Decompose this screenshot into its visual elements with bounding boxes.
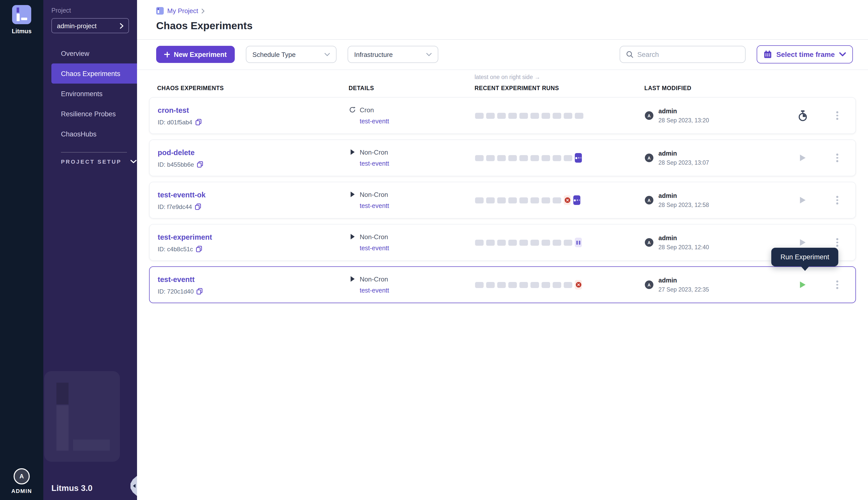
page-title: Chaos Experiments	[156, 20, 852, 32]
infrastructure-dropdown[interactable]: Infrastructure	[348, 46, 438, 63]
run-placeholder	[519, 282, 528, 288]
calendar-icon	[764, 50, 772, 58]
project-setup-label: PROJECT SETUP	[61, 159, 122, 164]
col-header-modified: LAST MODIFIED	[644, 85, 798, 91]
search-input[interactable]	[637, 50, 739, 58]
infrastructure-link[interactable]: test-eventt	[360, 202, 389, 209]
project-select-value: admin-project	[57, 22, 97, 30]
sidebar-menu: OverviewChaos ExperimentsEnvironmentsRes…	[52, 43, 137, 144]
run-placeholder	[497, 282, 506, 288]
run-failed-badge[interactable]	[564, 195, 571, 205]
play-icon	[350, 234, 355, 240]
table-header: latest one on right side → CHAOS EXPERIM…	[149, 70, 856, 96]
run-placeholder	[486, 113, 495, 118]
run-placeholder	[497, 239, 506, 246]
run-placeholder	[475, 113, 484, 118]
experiment-name-link[interactable]: cron-test	[158, 106, 189, 114]
avatar: A	[645, 196, 653, 204]
copy-icon[interactable]	[197, 161, 203, 168]
sidebar-item-overview[interactable]: Overview	[52, 43, 137, 64]
run-running-badge[interactable]	[573, 195, 580, 205]
run-placeholder	[542, 239, 550, 246]
new-experiment-button[interactable]: New Experiment	[156, 46, 235, 63]
play-icon	[350, 276, 355, 282]
search-icon	[626, 51, 633, 58]
infrastructure-link[interactable]: test-eventt	[360, 160, 389, 167]
col-header-runs: RECENT EXPERIMENT RUNS	[475, 85, 644, 91]
project-icon	[156, 7, 164, 15]
infrastructure-link[interactable]: test-eventt	[360, 245, 389, 251]
select-time-frame-button[interactable]: Select time frame	[757, 45, 853, 64]
chevron-down-icon	[839, 52, 846, 56]
experiment-id: ID: d01f5ab4	[158, 118, 192, 126]
run-paused-badge[interactable]	[575, 238, 582, 247]
row-menu-button[interactable]	[832, 196, 842, 204]
row-menu-button[interactable]	[832, 112, 842, 120]
modified-date: 27 Sep 2023, 22:35	[658, 286, 709, 293]
run-placeholder	[564, 239, 572, 246]
row-menu-button[interactable]	[832, 281, 842, 289]
run-placeholder	[553, 282, 561, 288]
run-action[interactable]	[797, 239, 809, 246]
avatar: A	[645, 111, 653, 120]
schedule-type-icon	[349, 149, 356, 155]
infrastructure-link[interactable]: test-eventt	[360, 117, 389, 125]
run-placeholder	[508, 282, 517, 288]
sidebar-item-environments[interactable]: Environments	[52, 83, 137, 104]
run-action[interactable]	[797, 281, 809, 288]
avatar: A	[645, 238, 653, 247]
infrastructure-link[interactable]: test-eventt	[360, 287, 389, 294]
modified-by-user: admin	[658, 108, 709, 115]
user-role-label: ADMIN	[11, 488, 32, 494]
sidebar-item-resilience-probes[interactable]: Resilience Probes	[52, 104, 137, 124]
experiment-id: ID: c4b8c51c	[158, 246, 193, 252]
run-placeholder	[542, 197, 550, 203]
sidebar-item-project-setup[interactable]: PROJECT SETUP	[52, 159, 137, 164]
project-label: Project	[52, 7, 137, 14]
run-action[interactable]	[797, 154, 809, 162]
schedule-type-icon	[349, 191, 356, 197]
page-header: My Project Chaos Experiments	[137, 0, 868, 40]
experiment-row: test-eventt ID: 720c1d40 Non-Cron test-e…	[149, 266, 856, 303]
run-placeholder	[486, 155, 495, 161]
copy-icon[interactable]	[196, 246, 202, 252]
user-avatar[interactable]: A	[14, 468, 30, 485]
run-placeholder	[486, 197, 495, 203]
left-rail: Litmus A ADMIN	[0, 0, 43, 500]
copy-icon[interactable]	[197, 288, 203, 295]
recent-runs	[475, 238, 645, 247]
sidebar-collapse-button[interactable]	[131, 476, 137, 496]
experiment-name-link[interactable]: test-eventt	[158, 275, 195, 283]
recent-runs	[475, 280, 645, 289]
experiment-name-link[interactable]: pod-delete	[158, 148, 195, 156]
play-icon	[350, 191, 355, 197]
col-header-details: DETAILS	[349, 85, 475, 91]
run-placeholder	[519, 113, 528, 118]
litmus-logo-icon[interactable]	[12, 5, 31, 24]
experiment-name-link[interactable]: test-experiment	[158, 233, 212, 241]
breadcrumb-link[interactable]: My Project	[167, 7, 198, 15]
avatar: A	[645, 281, 653, 289]
project-select[interactable]: admin-project	[52, 18, 129, 33]
copy-icon[interactable]	[195, 119, 201, 125]
schedule-type-icon	[349, 106, 356, 113]
search-box	[620, 46, 746, 63]
run-action[interactable]	[797, 110, 809, 121]
run-placeholder	[553, 155, 561, 161]
run-placeholder	[553, 239, 561, 246]
sidebar-item-chaos-experiments[interactable]: Chaos Experiments	[52, 64, 137, 83]
experiment-name-link[interactable]: test-eventt-ok	[158, 191, 205, 198]
breadcrumb[interactable]: My Project	[156, 7, 852, 15]
run-placeholder	[542, 113, 550, 118]
run-failed-badge[interactable]	[575, 280, 582, 289]
copy-icon[interactable]	[195, 203, 201, 210]
row-menu-button[interactable]	[832, 154, 842, 162]
schedule-type-dropdown[interactable]: Schedule Type	[246, 46, 337, 63]
sidebar-item-chaoshubs[interactable]: ChaosHubs	[52, 124, 137, 144]
run-action[interactable]	[797, 196, 809, 204]
run-running-badge[interactable]	[575, 153, 582, 163]
row-menu-button[interactable]	[832, 238, 842, 247]
run-placeholder	[508, 155, 517, 161]
schedule-type-icon	[349, 234, 356, 240]
run-placeholder	[575, 113, 583, 118]
